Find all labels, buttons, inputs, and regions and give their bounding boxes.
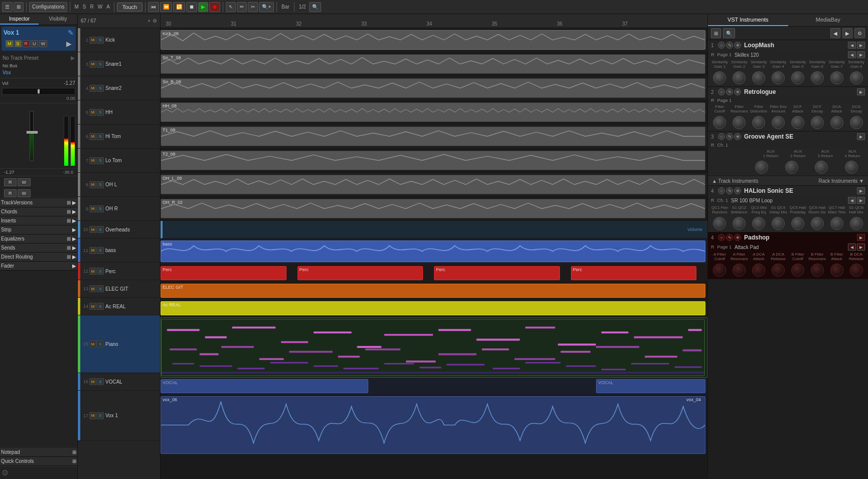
track-s-btn[interactable]: S <box>97 181 104 188</box>
vst-groove-edit[interactable]: ✎ <box>726 133 733 140</box>
preset-arrow[interactable]: ▶ <box>71 55 75 61</box>
clip-kick[interactable]: Kick_08 <box>161 30 705 50</box>
clip-perc-3[interactable]: Perc <box>434 266 560 280</box>
knob-aux4[interactable] <box>845 161 858 174</box>
insp-s-btn[interactable]: S <box>15 40 22 47</box>
clip-piano[interactable] <box>161 319 705 376</box>
track-row-kick[interactable]: 2 M S Kick <box>78 28 160 52</box>
clip-ohr[interactable]: OH_R_02 <box>161 199 705 218</box>
cycle-button[interactable]: 🔁 <box>173 2 185 12</box>
w-btn[interactable]: W <box>18 178 31 186</box>
track-s-btn[interactable]: S <box>97 37 104 44</box>
track-m-btn[interactable]: M <box>89 412 96 419</box>
vst-padshop-action[interactable]: ▶ <box>857 234 865 241</box>
strip-header[interactable]: Strip ▶ <box>0 225 77 234</box>
config-button[interactable]: Configurations <box>29 2 67 12</box>
touch-mode-button[interactable]: Touch <box>117 3 142 12</box>
knob-dca-attack[interactable] <box>830 116 843 129</box>
knob-b-cutoff[interactable] <box>791 264 804 277</box>
knob-dcf-attack[interactable] <box>791 116 804 129</box>
track-m-btn[interactable]: M <box>89 133 96 140</box>
track-row-elecgit[interactable]: 13 M S ELEC GIT <box>78 280 160 298</box>
sends-header[interactable]: Sends ⊞ ▶ <box>0 244 77 253</box>
track-s-btn[interactable]: S <box>97 85 104 92</box>
track-row-lotom[interactable]: 7 M S Lo Tom <box>78 149 160 173</box>
vst-retrologue-freeze[interactable]: ❄ <box>734 88 741 95</box>
volume-slider[interactable] <box>30 111 34 161</box>
clip-perc-2[interactable]: Perc <box>298 266 423 280</box>
clip-lotom[interactable]: T2_08 <box>161 151 705 170</box>
vst-add-btn[interactable]: ⊞ <box>711 28 721 38</box>
vst-retrologue-edit[interactable]: ✎ <box>726 88 733 95</box>
vst-padshop-edit[interactable]: ✎ <box>726 234 733 241</box>
clip-vox1[interactable]: vox_06 vox_04 <box>161 396 705 454</box>
knob-sim5[interactable] <box>791 71 804 84</box>
tab-inspector[interactable]: Inspector <box>0 14 39 25</box>
knob-distortion[interactable] <box>752 116 765 129</box>
fader-header[interactable]: Fader ▶ <box>0 262 77 271</box>
knob-sim3[interactable] <box>752 71 765 84</box>
clip-snare1[interactable]: Sn_T_08 <box>161 54 705 74</box>
inserts-header[interactable]: Inserts ⊞ ▶ <box>0 216 77 225</box>
knob-b-release[interactable] <box>850 264 863 277</box>
knob-sim1[interactable] <box>713 71 726 84</box>
knob-qc3[interactable] <box>752 217 765 230</box>
vst-loopmash-preset-prev[interactable]: ◀ <box>848 51 856 58</box>
prev-button[interactable]: ⏪ <box>160 2 172 12</box>
vst-halion-edit[interactable]: ✎ <box>726 187 733 194</box>
track-m-btn[interactable]: M <box>89 205 96 212</box>
track-m-btn[interactable]: M <box>89 61 96 68</box>
vst-groove-action[interactable]: ▶ <box>857 133 865 140</box>
direct-routing-header[interactable]: Direct Routing ⊞ ▶ <box>0 253 77 262</box>
track-s-btn[interactable]: S <box>97 247 104 254</box>
track-row-snare2[interactable]: 4 M S Snare2 <box>78 76 160 100</box>
vst-loopmash-preset-next[interactable]: ▶ <box>857 51 865 58</box>
erase-tool[interactable]: ✂ <box>248 2 258 12</box>
track-row-piano[interactable]: 15 M S Piano <box>78 315 160 373</box>
tracks-viewport[interactable]: Kick_08 Sn_T_08 Sn_B_08 <box>161 28 707 479</box>
vst-halion-action[interactable]: ▶ <box>857 187 865 194</box>
vst-retrologue-action[interactable]: ▶ <box>857 88 865 95</box>
track-s-btn[interactable]: S <box>97 285 104 292</box>
vst-edit-icon[interactable]: ✎ <box>726 42 733 49</box>
knob-qc1[interactable] <box>713 217 726 230</box>
clip-ohl[interactable]: OH_L_08 <box>161 175 705 194</box>
knob-qc8[interactable] <box>850 217 863 230</box>
track-m-btn[interactable]: M <box>89 85 96 92</box>
chords-header[interactable]: Chords ⊞ ▶ <box>0 207 77 216</box>
knob-cutoff[interactable] <box>713 116 726 129</box>
vst-padshop-freeze[interactable]: ❄ <box>734 234 741 241</box>
insp-u-btn[interactable]: U <box>31 40 38 47</box>
track-row-perc[interactable]: 12 M S Perc <box>78 263 160 280</box>
stop-button[interactable]: ⏹ <box>186 2 197 12</box>
vst-retrologue-power[interactable]: ○ <box>718 88 725 95</box>
tab-visibility[interactable]: Visibility <box>39 14 77 25</box>
knob-aux2[interactable] <box>785 161 798 174</box>
track-versions-header[interactable]: TrackVersions ⊞ ▶ <box>0 198 77 207</box>
knob-env-amount[interactable] <box>772 116 785 129</box>
insp-m-btn[interactable]: M <box>6 40 14 47</box>
knob-b-attack[interactable] <box>830 264 843 277</box>
track-s-btn[interactable]: S <box>97 412 104 419</box>
clip-bass[interactable]: bass <box>161 241 705 262</box>
track-row-ohl[interactable]: 8 M S OH L <box>78 173 160 197</box>
fader-handle[interactable] <box>27 131 38 134</box>
add-track-btn[interactable]: + <box>148 18 151 24</box>
track-s-btn[interactable]: S <box>97 226 104 233</box>
vst-halion-preset-next[interactable]: ▶ <box>857 197 865 204</box>
play-button[interactable]: ▶ <box>198 2 208 12</box>
knob-sim6[interactable] <box>811 71 824 84</box>
clip-perc-1[interactable]: Perc <box>161 266 286 280</box>
w2-btn[interactable]: W <box>18 189 31 197</box>
select-tool[interactable]: ↖ <box>226 2 236 12</box>
knob-aux1[interactable] <box>755 161 768 174</box>
track-row-vocal[interactable]: 16 M S VOCAL <box>78 373 160 391</box>
r-btn[interactable]: R <box>4 178 17 186</box>
knob-resonance[interactable] <box>733 116 746 129</box>
knob-qc5[interactable] <box>791 217 804 230</box>
tab-mediabay[interactable]: MediaBay <box>788 14 869 26</box>
r2-btn[interactable]: R <box>4 189 17 197</box>
rack-instruments-label[interactable]: Rack Instruments ▼ <box>819 178 864 184</box>
track-m-btn[interactable]: M <box>89 181 96 188</box>
knob-aux3[interactable] <box>815 161 828 174</box>
